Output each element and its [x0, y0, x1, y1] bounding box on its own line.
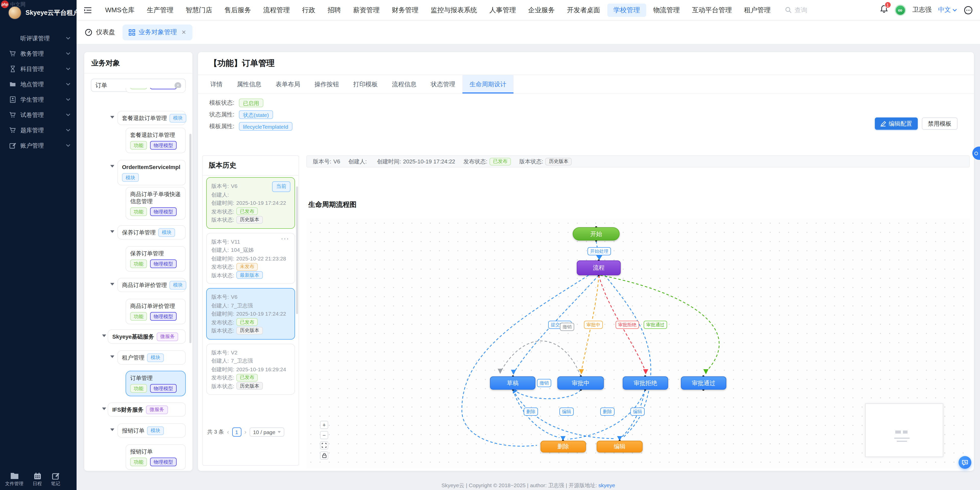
nav-item[interactable]: 行政: [296, 0, 321, 20]
flow-node-approved[interactable]: 审批通过: [681, 377, 726, 389]
nav-item[interactable]: 监控与报表系统: [425, 0, 484, 20]
edge-label[interactable]: 审批中: [584, 321, 603, 329]
tree-node-module[interactable]: 商品订单评价管理 模块: [118, 278, 186, 292]
nav-item[interactable]: 招聘: [321, 0, 347, 20]
dock-file-manager[interactable]: 文件管理: [5, 472, 24, 487]
zoom-in-button[interactable]: +: [320, 421, 328, 429]
sidebar-item-tiku[interactable]: 题库管理: [0, 123, 76, 138]
nav-item[interactable]: 人事管理: [484, 0, 522, 20]
nav-item[interactable]: 流程管理: [257, 0, 296, 20]
sidebar-item-tingpingke[interactable]: 听评课管理: [0, 30, 76, 46]
tree-node-function[interactable]: 商品订单评价管理 功能 物理模型: [126, 299, 186, 324]
nav-item[interactable]: WMS仓库: [99, 0, 141, 20]
tab-print-template[interactable]: 打印模板: [346, 75, 385, 93]
edge-label[interactable]: 撤销: [537, 379, 551, 387]
chat-assistant-fab[interactable]: [959, 456, 971, 469]
nav-item[interactable]: 财务管理: [386, 0, 425, 20]
page-number[interactable]: 1: [232, 428, 241, 437]
nav-item[interactable]: 租户管理: [738, 0, 777, 20]
tree-toggle-icon[interactable]: [110, 116, 115, 118]
tree-node-clipped[interactable]: 功能 物理模型: [126, 88, 186, 93]
tree-toggle-icon[interactable]: [110, 356, 115, 358]
sidebar-item-jiaowu[interactable]: 教务管理: [0, 46, 76, 61]
tree-node-microservice[interactable]: Skyeye基础服务 微服务: [108, 329, 186, 344]
edge-label[interactable]: 编辑: [559, 407, 574, 416]
flow-node-rejected[interactable]: 审批拒绝: [623, 377, 668, 389]
more-menu-icon[interactable]: ···: [281, 234, 290, 243]
tab-dashboard[interactable]: 仪表盘: [85, 28, 115, 37]
tree-node-function[interactable]: 套餐退款订单管理 功能 物理模型: [126, 128, 186, 153]
tree-node-module[interactable]: 套餐退款订单管理 模块: [118, 111, 186, 125]
language-switcher[interactable]: 中文: [938, 6, 957, 14]
tree-toggle-icon[interactable]: [102, 407, 106, 410]
version-card[interactable]: 版本号:V2 创建人:7_卫志强 创建时间:2025-10-19 16:29:2…: [206, 343, 295, 395]
tab-flow-info[interactable]: 流程信息: [385, 75, 424, 93]
version-card[interactable]: ··· 版本号:V11 创建人:104_寇姊 创建时间:2025-10-22 2…: [206, 233, 295, 284]
tree-node-microservice[interactable]: IFS财务服务 微服务: [108, 402, 186, 417]
page-size-select[interactable]: 10 / page: [249, 428, 285, 437]
nav-item[interactable]: 生产管理: [141, 0, 180, 20]
dock-schedule[interactable]: 日程: [33, 472, 42, 487]
tree-node-function[interactable]: 商品订单子单项快递信息管理 功能 物理模型: [126, 187, 186, 220]
version-card-current[interactable]: 当前 版本号:V6 创建人: 创建时间:2025-10-19 17:24:22 …: [206, 177, 295, 228]
tab-detail[interactable]: 详情: [203, 75, 230, 93]
tab-attributes[interactable]: 属性信息: [230, 75, 269, 93]
nav-item[interactable]: 互动平台管理: [686, 0, 738, 20]
search-input[interactable]: [795, 6, 856, 14]
tab-lifecycle-design-active[interactable]: 生命周期设计: [463, 75, 514, 93]
sidebar-item-didian[interactable]: 地点管理: [0, 77, 76, 92]
nav-item[interactable]: 售后服务: [218, 0, 257, 20]
tree-node-module[interactable]: 保养订单管理 模块: [118, 225, 186, 239]
edge-label[interactable]: 编辑: [630, 407, 645, 416]
opensource-link[interactable]: skyeye: [598, 482, 615, 488]
edge-label[interactable]: 开始处理: [587, 247, 611, 255]
edge-label[interactable]: 删除: [524, 407, 538, 416]
sidebar-item-zhanghu[interactable]: 账户管理: [0, 138, 76, 153]
edit-config-button[interactable]: 编辑配置: [875, 118, 918, 130]
nav-item[interactable]: 薪资管理: [347, 0, 386, 20]
tree-toggle-icon[interactable]: [110, 165, 115, 168]
tree-node-function[interactable]: 报销订单 功能 物理模型: [126, 444, 186, 470]
edge-label[interactable]: 审批通过: [644, 321, 667, 329]
user-name[interactable]: 卫志强: [912, 6, 932, 14]
flow-node-end-delete[interactable]: 删除: [541, 441, 586, 452]
sidebar-item-kemu[interactable]: 科目管理: [0, 61, 76, 77]
user-avatar[interactable]: ∞: [894, 4, 906, 16]
collapse-menu-icon[interactable]: [84, 6, 92, 14]
version-card-selected[interactable]: 版本号:V6 创建人:7_卫志强 创建时间:2025-10-19 17:24:2…: [206, 288, 295, 339]
zoom-out-button[interactable]: −: [320, 431, 328, 439]
dock-notes[interactable]: 笔记: [51, 472, 60, 487]
prev-page-button[interactable]: ‹: [226, 428, 229, 436]
close-icon[interactable]: ✕: [181, 29, 186, 36]
scrollbar-thumb[interactable]: [296, 187, 298, 314]
flow-minimap[interactable]: [865, 404, 943, 457]
tree-node-module[interactable]: 租户管理 模块: [118, 350, 186, 365]
tree-search-input[interactable]: [95, 82, 175, 88]
sidebar-item-shijuan[interactable]: 试卷管理: [0, 107, 76, 123]
tree-node-module[interactable]: OrderItemServiceImpl 模块: [118, 160, 186, 185]
lock-button[interactable]: [320, 452, 328, 460]
nav-item[interactable]: 开发者桌面: [561, 0, 606, 20]
edge-label[interactable]: 撤销: [560, 323, 574, 331]
tab-action-buttons[interactable]: 操作按钮: [307, 75, 346, 93]
tree-toggle-icon[interactable]: [110, 283, 115, 286]
edge-label[interactable]: 删除: [600, 407, 614, 416]
tree-node-function[interactable]: 保养订单管理 功能 物理模型: [126, 246, 186, 272]
tab-form-layout[interactable]: 表单布局: [269, 75, 307, 93]
nav-item[interactable]: 智慧门店: [180, 0, 218, 20]
flow-node-start[interactable]: 开始: [573, 227, 620, 241]
tree-toggle-icon[interactable]: [110, 230, 115, 233]
flow-node-auditing[interactable]: 审批中: [557, 377, 604, 389]
tree-toggle-icon[interactable]: [110, 428, 115, 431]
disable-template-button[interactable]: 禁用模板: [922, 118, 958, 130]
notifications-button[interactable]: 1: [880, 5, 888, 15]
edge-label[interactable]: 审批拒绝: [616, 321, 639, 329]
lifecycle-flow-canvas[interactable]: 开始 开始处理 流程 提交审批 撤销 审批中 审批拒绝 审批通过 草稿 审批中 …: [306, 219, 970, 469]
flow-node-end-edit[interactable]: 编辑: [597, 441, 643, 452]
nav-item[interactable]: 企业服务: [522, 0, 561, 20]
nav-item-active[interactable]: 学校管理: [608, 3, 646, 17]
flow-node-draft[interactable]: 草稿: [490, 377, 535, 389]
tree-toggle-icon[interactable]: [102, 335, 106, 337]
next-page-button[interactable]: ›: [244, 428, 247, 436]
nav-item[interactable]: 物流管理: [647, 0, 686, 20]
